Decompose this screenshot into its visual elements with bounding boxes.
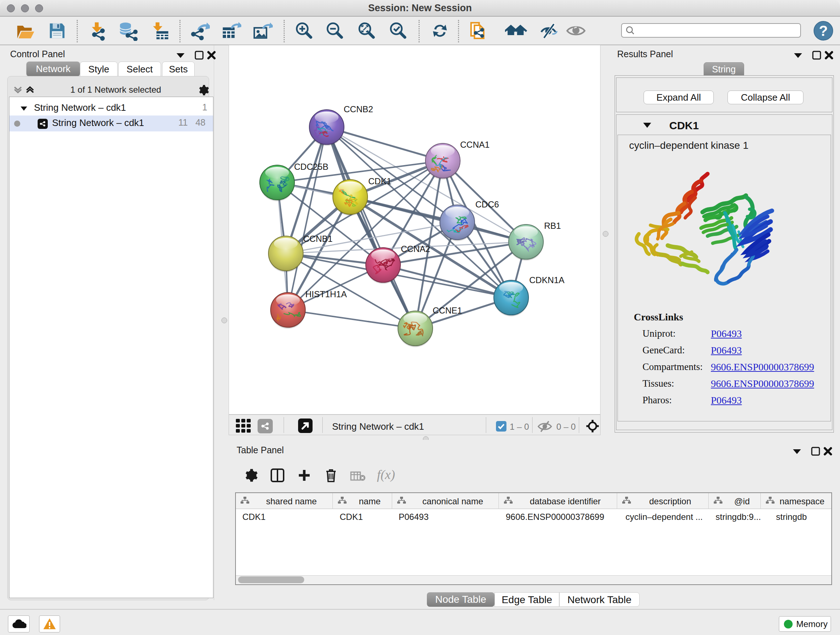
svg-text:CCNA2: CCNA2 <box>401 244 430 254</box>
svg-text:CDC25B: CDC25B <box>294 162 328 172</box>
svg-text:CCNE1: CCNE1 <box>433 306 462 315</box>
svg-text:CCNB2: CCNB2 <box>344 104 373 114</box>
svg-text:CDC6: CDC6 <box>475 200 499 209</box>
svg-text:RB1: RB1 <box>544 221 561 231</box>
svg-text:CCNA1: CCNA1 <box>460 140 489 149</box>
svg-text:CCNB1: CCNB1 <box>303 234 332 244</box>
svg-text:CDK1: CDK1 <box>368 176 392 186</box>
svg-text:HIST1H1A: HIST1H1A <box>305 289 347 299</box>
svg-text:CDKN1A: CDKN1A <box>529 275 564 285</box>
